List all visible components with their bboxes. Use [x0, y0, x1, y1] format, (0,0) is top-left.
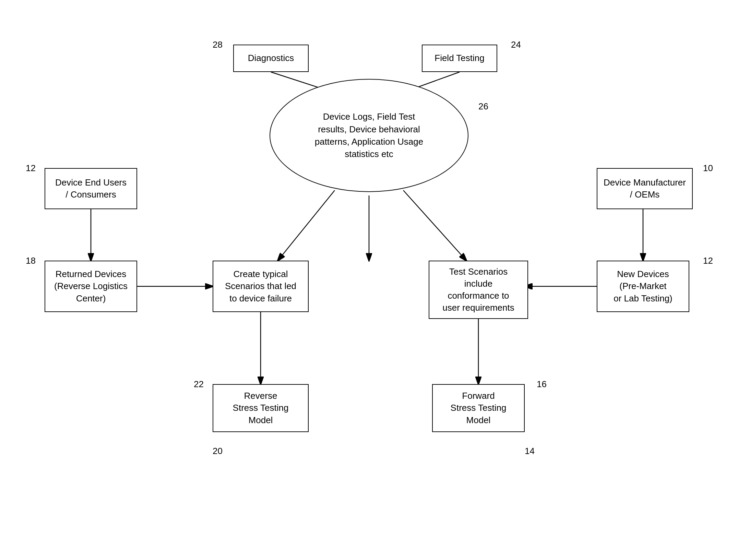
ref-12a: 12	[26, 163, 36, 174]
device-end-users-label: Device End Users/ Consumers	[55, 177, 127, 201]
ref-20: 20	[213, 446, 223, 456]
field-testing-box: Field Testing	[422, 45, 497, 72]
diagnostics-label: Diagnostics	[248, 52, 294, 64]
returned-devices-label: Returned Devices(Reverse LogisticsCenter…	[54, 268, 128, 304]
ref-28: 28	[213, 39, 223, 50]
device-logs-ellipse: Device Logs, Field Testresults, Device b…	[270, 79, 468, 192]
svg-line-3	[278, 190, 335, 261]
svg-line-4	[403, 190, 466, 261]
ref-24: 24	[511, 39, 521, 50]
ref-14: 14	[525, 446, 535, 456]
returned-devices-box: Returned Devices(Reverse LogisticsCenter…	[45, 261, 137, 312]
ref-10: 10	[703, 163, 713, 174]
ref-18: 18	[26, 255, 36, 266]
device-manufacturer-label: Device Manufacturer/ OEMs	[604, 177, 686, 201]
create-scenarios-box: Create typicalScenarios that ledto devic…	[213, 261, 309, 312]
test-scenarios-box: Test Scenariosincludeconformance touser …	[429, 261, 528, 319]
new-devices-label: New Devices(Pre-Marketor Lab Testing)	[614, 268, 672, 304]
reverse-stress-label: ReverseStress TestingModel	[233, 390, 289, 426]
test-scenarios-label: Test Scenariosincludeconformance touser …	[442, 266, 514, 314]
diagnostics-box: Diagnostics	[233, 45, 309, 72]
ref-16: 16	[537, 379, 547, 390]
forward-stress-box: ForwardStress TestingModel	[432, 384, 525, 432]
field-testing-label: Field Testing	[435, 52, 485, 64]
ref-12b: 12	[703, 255, 713, 266]
device-logs-label: Device Logs, Field Testresults, Device b…	[315, 110, 424, 160]
forward-stress-label: ForwardStress TestingModel	[451, 390, 507, 426]
create-scenarios-label: Create typicalScenarios that ledto devic…	[225, 268, 296, 304]
device-end-users-box: Device End Users/ Consumers	[45, 168, 137, 209]
reverse-stress-box: ReverseStress TestingModel	[213, 384, 309, 432]
ref-22: 22	[194, 379, 204, 390]
device-manufacturer-box: Device Manufacturer/ OEMs	[597, 168, 693, 209]
diagram: Diagnostics Field Testing 28 24 Device L…	[0, 0, 738, 560]
new-devices-box: New Devices(Pre-Marketor Lab Testing)	[597, 261, 689, 312]
ref-26: 26	[478, 101, 488, 112]
